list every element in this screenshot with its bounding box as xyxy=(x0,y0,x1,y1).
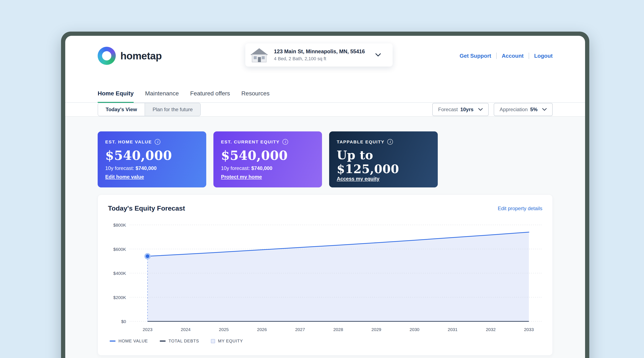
svg-text:$0: $0 xyxy=(121,319,126,324)
chevron-down-icon xyxy=(478,108,483,111)
hometap-logo-icon xyxy=(98,47,116,65)
view-toolbar: Today's View Plan for the future Forecas… xyxy=(65,103,585,117)
property-details: 4 Bed, 2 Bath, 2,100 sq ft xyxy=(274,56,365,62)
forecast-text: 10y forecast: $740,000 xyxy=(221,165,314,171)
home-value-card: EST. HOME VALUE $540,000 10y forecast: $… xyxy=(98,131,206,187)
current-equity-amount: $540,000 xyxy=(221,148,314,163)
svg-text:2026: 2026 xyxy=(257,327,267,332)
access-my-equity-link[interactable]: Access my equity xyxy=(337,176,380,182)
svg-text:$600K: $600K xyxy=(113,247,126,252)
tab-featured-offers[interactable]: Featured offers xyxy=(190,90,230,103)
equity-summary-cards: EST. HOME VALUE $540,000 10y forecast: $… xyxy=(98,131,553,187)
tappable-equity-card: TAPPABLE EQUITY Up to $125,000 Access my… xyxy=(329,131,438,187)
svg-text:2029: 2029 xyxy=(372,327,381,332)
edit-home-value-link[interactable]: Edit home value xyxy=(105,174,144,180)
svg-text:2027: 2027 xyxy=(295,327,305,332)
tab-maintenance[interactable]: Maintenance xyxy=(145,90,179,103)
svg-text:2028: 2028 xyxy=(333,327,343,332)
chart-title: Today's Equity Forecast xyxy=(108,204,185,212)
hometap-logo-hole xyxy=(102,51,111,61)
app-window: hometap 123 Main St, Minneapolis, M xyxy=(61,32,589,358)
forecast-dropdown[interactable]: Forecast 10yrs xyxy=(432,103,489,116)
property-selector[interactable]: 123 Main St, Minneapolis, MN, 55416 4 Be… xyxy=(246,43,393,67)
home-value-amount: $540,000 xyxy=(105,148,199,163)
view-toggle: Today's View Plan for the future xyxy=(98,103,201,116)
total-debts-line-icon xyxy=(160,340,166,341)
svg-text:2023: 2023 xyxy=(143,327,152,332)
equity-forecast-chart: $0$200K$400K$600K$800K202320242025202620… xyxy=(108,217,543,335)
property-text: 123 Main St, Minneapolis, MN, 55416 4 Be… xyxy=(274,49,365,62)
chevron-down-icon[interactable] xyxy=(376,53,381,57)
svg-text:2025: 2025 xyxy=(219,327,229,332)
house-photo xyxy=(249,46,270,64)
get-support-link[interactable]: Get Support xyxy=(460,53,491,59)
account-link[interactable]: Account xyxy=(502,53,524,59)
plan-future-toggle[interactable]: Plan for the future xyxy=(145,103,200,116)
legend-home-value: HOME VALUE xyxy=(110,339,148,343)
card-label: EST. HOME VALUE xyxy=(105,139,152,144)
svg-text:2030: 2030 xyxy=(410,327,420,332)
appreciation-label: Appreciation xyxy=(500,107,528,113)
card-label: EST. CURRENT EQUITY xyxy=(221,139,280,144)
info-icon[interactable] xyxy=(155,139,160,145)
tappable-equity-amount: Up to $125,000 xyxy=(337,148,430,176)
tab-home-equity[interactable]: Home Equity xyxy=(98,90,134,103)
brand-wordmark: hometap xyxy=(120,50,162,62)
my-equity-area-icon xyxy=(211,339,215,343)
chart-legend: HOME VALUE TOTAL DEBTS MY EQUITY xyxy=(108,339,542,343)
protect-my-home-link[interactable]: Protect my home xyxy=(221,174,262,180)
divider xyxy=(496,53,497,59)
svg-text:2033: 2033 xyxy=(524,327,534,332)
todays-view-toggle[interactable]: Today's View xyxy=(98,103,145,116)
appreciation-value: 5% xyxy=(530,107,538,113)
main-nav-tabs: Home Equity Maintenance Featured offers … xyxy=(65,90,585,103)
chart-header: Today's Equity Forecast Edit property de… xyxy=(108,204,542,212)
home-value-line-icon xyxy=(110,340,116,341)
svg-text:$200K: $200K xyxy=(113,295,126,300)
svg-text:2031: 2031 xyxy=(448,327,458,332)
card-label-row: EST. HOME VALUE xyxy=(105,139,199,145)
equity-forecast-card: Today's Equity Forecast Edit property de… xyxy=(98,195,553,355)
header-links: Get Support Account Logout xyxy=(460,44,553,67)
forecast-value: 10yrs xyxy=(460,107,474,113)
current-equity-card: EST. CURRENT EQUITY $540,000 10y forecas… xyxy=(214,131,322,187)
info-icon[interactable] xyxy=(282,139,288,145)
app-header: hometap 123 Main St, Minneapolis, M xyxy=(65,36,585,67)
chevron-down-icon xyxy=(542,108,547,111)
appreciation-dropdown[interactable]: Appreciation 5% xyxy=(494,103,553,116)
divider xyxy=(529,53,529,59)
main-content: EST. HOME VALUE $540,000 10y forecast: $… xyxy=(65,117,585,358)
forecast-text: 10y forecast: $740,000 xyxy=(105,165,199,171)
logout-link[interactable]: Logout xyxy=(534,53,553,59)
card-label-row: EST. CURRENT EQUITY xyxy=(221,139,314,145)
forecast-label: Forecast xyxy=(438,107,458,113)
svg-text:$400K: $400K xyxy=(113,271,126,276)
tab-resources[interactable]: Resources xyxy=(242,90,270,103)
card-label: TAPPABLE EQUITY xyxy=(337,139,384,144)
legend-total-debts: TOTAL DEBTS xyxy=(160,339,199,343)
edit-property-details-link[interactable]: Edit property details xyxy=(498,206,542,211)
page-background: hometap 123 Main St, Minneapolis, M xyxy=(0,0,644,358)
svg-text:$800K: $800K xyxy=(113,223,126,227)
svg-text:2024: 2024 xyxy=(181,327,191,332)
filter-controls: Forecast 10yrs Appreciation 5% xyxy=(432,103,553,116)
card-label-row: TAPPABLE EQUITY xyxy=(337,139,430,145)
info-icon[interactable] xyxy=(387,139,393,145)
svg-text:2032: 2032 xyxy=(486,327,496,332)
property-address: 123 Main St, Minneapolis, MN, 55416 xyxy=(274,49,365,55)
app-surface: hometap 123 Main St, Minneapolis, M xyxy=(65,36,585,358)
legend-my-equity: MY EQUITY xyxy=(211,339,243,343)
